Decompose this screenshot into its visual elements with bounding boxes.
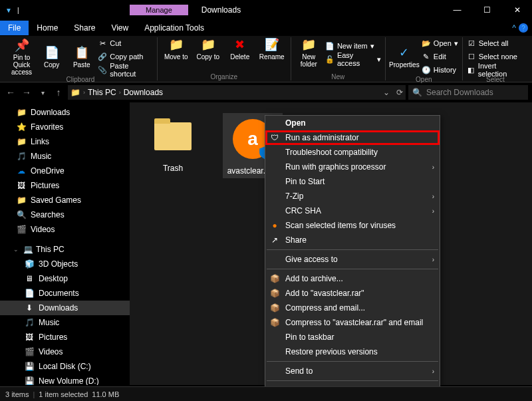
ctx-restore[interactable]: Restore previous versions <box>265 344 440 359</box>
tree-music[interactable]: 🎵Music <box>0 149 130 164</box>
tree-documents[interactable]: 📄Documents <box>0 286 130 301</box>
invert-button[interactable]: ◧Invert selection <box>467 64 524 76</box>
ctx-pin-start[interactable]: Pin to Start <box>265 174 440 189</box>
maximize-button[interactable]: ☐ <box>472 0 502 20</box>
folder-icon: 📁 <box>16 107 27 118</box>
help-icon[interactable]: ? <box>519 23 528 33</box>
address-bar[interactable]: 📁 › This PC › Downloads ⌄ ⟳ <box>68 85 406 100</box>
ctx-crc[interactable]: CRC SHA› <box>265 203 440 218</box>
home-menu[interactable]: Home <box>29 21 66 35</box>
manage-tab[interactable]: Manage <box>130 5 188 15</box>
breadcrumb-pc[interactable]: This PC <box>88 88 116 97</box>
edit-button[interactable]: ✎Edit <box>422 51 458 63</box>
close-button[interactable]: ✕ <box>502 0 532 20</box>
down-arrow-icon[interactable]: ▼ <box>5 7 12 14</box>
ctx-give-access[interactable]: Give access to› <box>265 252 440 267</box>
collapse-ribbon-icon[interactable]: ^ <box>512 23 516 33</box>
search-input[interactable]: 🔍 Search Downloads <box>408 85 528 100</box>
tree-favorites[interactable]: ⭐Favorites <box>0 120 130 134</box>
view-menu[interactable]: View <box>103 21 136 35</box>
ctx-share[interactable]: ↗Share <box>265 233 440 247</box>
breadcrumb-folder[interactable]: Downloads <box>124 88 163 97</box>
tree-searches[interactable]: 🔍Searches <box>0 207 130 222</box>
newitem-button[interactable]: 📄New item ▾ <box>325 40 381 52</box>
moveto-button[interactable]: 📁Move to <box>162 37 191 61</box>
ctx-troubleshoot[interactable]: Troubleshoot compatibility <box>265 145 440 160</box>
chevron-right-icon: › <box>432 256 434 263</box>
folder-icon: 📁 <box>16 195 27 205</box>
disk-icon: 💾 <box>24 376 35 385</box>
path-icon: 🔗 <box>98 52 107 61</box>
minimize-button[interactable]: — <box>442 0 472 20</box>
paste-button[interactable]: 📋Paste <box>68 37 95 76</box>
history-button[interactable]: 🕐History <box>422 64 458 76</box>
file-trash[interactable]: Trash <box>143 113 203 173</box>
forward-button[interactable]: → <box>20 87 33 98</box>
tree-3dobjects[interactable]: 🧊3D Objects <box>0 257 130 271</box>
ctx-add-archive[interactable]: 📦Add to archive... <box>265 271 440 286</box>
search-icon: 🔍 <box>16 209 27 220</box>
copypath-button[interactable]: 🔗Copy path <box>98 51 152 63</box>
pasteshortcut-button[interactable]: 📎Paste shortcut <box>98 64 152 76</box>
tree-links[interactable]: 📁Links <box>0 134 130 149</box>
easyaccess-button[interactable]: 🔓Easy access ▾ <box>325 53 381 65</box>
selectnone-button[interactable]: ☐Select none <box>467 51 524 63</box>
expand-icon[interactable]: ⌄ <box>13 246 20 253</box>
tree-onedrive[interactable]: ☁OneDrive <box>0 164 130 178</box>
properties-button[interactable]: ✓Properties <box>390 37 419 76</box>
tree-desktop[interactable]: 🖥Desktop <box>0 271 130 286</box>
copy-button[interactable]: 📄Copy <box>38 37 65 76</box>
pin-icon: 📌 <box>14 38 30 54</box>
app-tools-menu[interactable]: Application Tools <box>136 21 212 35</box>
ctx-compress-rar-email[interactable]: 📦Compress to "avastclear.rar" and email <box>265 315 440 330</box>
folder-icon: 📁 <box>16 136 27 147</box>
ctx-graphics[interactable]: Run with graphics processor› <box>265 160 440 174</box>
context-menu: Open 🛡Run as administrator Troubleshoot … <box>265 115 440 401</box>
delete-icon: ✖ <box>232 37 248 53</box>
pictures-icon: 🖼 <box>24 332 35 342</box>
newfolder-button[interactable]: 📁New folder <box>295 37 323 68</box>
tree-downloads-pc[interactable]: ⬇Downloads <box>0 301 130 315</box>
ctx-add-rar[interactable]: 📦Add to "avastclear.rar" <box>265 286 440 301</box>
copy-icon: 📄 <box>44 45 60 61</box>
up-button[interactable]: ↑ <box>52 87 65 98</box>
ctx-compress-email[interactable]: 📦Compress and email... <box>265 301 440 315</box>
tree-music-pc[interactable]: 🎵Music <box>0 315 130 330</box>
copyto-button[interactable]: 📁Copy to <box>194 37 223 61</box>
avast-icon: ● <box>269 221 280 230</box>
ctx-run-as-admin[interactable]: 🛡Run as administrator <box>265 130 440 145</box>
qat-sep: | <box>17 7 19 14</box>
ctx-scan[interactable]: ●Scan selected items for viruses <box>265 218 440 233</box>
search-placeholder: Search Downloads <box>426 88 493 97</box>
tree-thispc[interactable]: ⌄💻This PC <box>0 242 130 257</box>
downloads-icon: ⬇ <box>24 303 35 313</box>
pin-button[interactable]: 📌Pin to Quick access <box>8 37 35 76</box>
open-button[interactable]: 📂Open ▾ <box>422 37 458 49</box>
ctx-7zip[interactable]: 7-Zip› <box>265 189 440 203</box>
dropdown-icon[interactable]: ⌄ <box>383 88 390 97</box>
tree-newvolume[interactable]: 💾New Volume (D:) <box>0 374 130 385</box>
share-menu[interactable]: Share <box>66 21 103 35</box>
tree-videos-pc[interactable]: 🎬Videos <box>0 344 130 359</box>
recent-button[interactable]: ▾ <box>36 89 49 96</box>
folder-icon: 📁 <box>168 37 184 53</box>
delete-button[interactable]: ✖Delete <box>225 37 255 61</box>
edit-icon: ✎ <box>422 52 431 61</box>
ctx-pin-taskbar[interactable]: Pin to taskbar <box>265 330 440 344</box>
cut-button[interactable]: ✂Cut <box>98 37 152 49</box>
history-icon: 🕐 <box>422 65 431 74</box>
ctx-open[interactable]: Open <box>265 116 440 130</box>
selectall-button[interactable]: ☑Select all <box>467 37 524 49</box>
tree-downloads[interactable]: 📁Downloads <box>0 105 130 120</box>
tree-pictures[interactable]: 🖼Pictures <box>0 178 130 193</box>
rename-button[interactable]: 📝Rename <box>257 37 287 61</box>
ctx-send-to[interactable]: Send to› <box>265 364 440 378</box>
tree-savedgames[interactable]: 📁Saved Games <box>0 193 130 207</box>
back-button[interactable]: ← <box>4 87 17 98</box>
tree-videos[interactable]: 🎬Videos <box>0 222 130 237</box>
file-menu[interactable]: File <box>0 21 29 35</box>
tree-pictures-pc[interactable]: 🖼Pictures <box>0 330 130 344</box>
refresh-icon[interactable]: ⟳ <box>396 88 403 97</box>
archive-icon: 📦 <box>269 289 280 298</box>
tree-localdisk[interactable]: 💾Local Disk (C:) <box>0 359 130 374</box>
